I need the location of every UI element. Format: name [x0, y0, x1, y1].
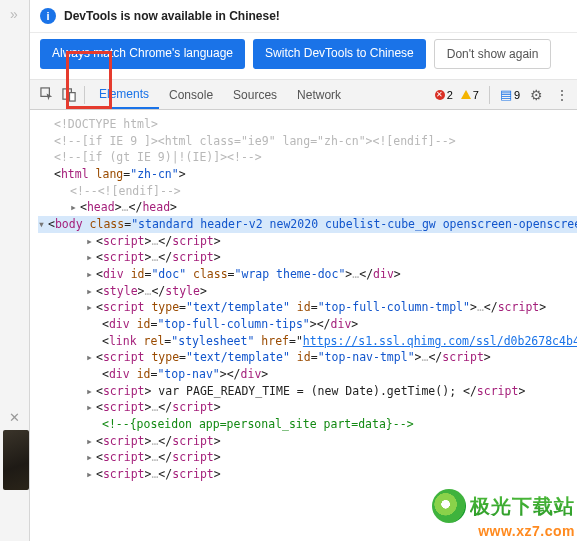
stylesheet-link[interactable]: https://s1.ssl.qhimg.com/ssl/d0b2678c4b4… — [303, 334, 577, 348]
svg-rect-2 — [69, 93, 75, 101]
script-template-element[interactable]: <script type="text/template" id="top-ful… — [38, 299, 577, 316]
issues-count[interactable]: ▤9 — [498, 87, 522, 102]
info-icon: i — [40, 8, 56, 24]
infobar-text: DevTools is now available in Chinese! — [64, 9, 280, 23]
tab-console[interactable]: Console — [159, 80, 223, 109]
more-options-icon[interactable]: ⋮ — [551, 87, 573, 103]
expand-arrow-icon[interactable] — [86, 449, 96, 466]
tab-sources[interactable]: Sources — [223, 80, 287, 109]
script-element[interactable]: <script>…</script> — [38, 249, 577, 266]
expand-arrow-icon[interactable] — [86, 349, 96, 366]
watermark-logo-icon — [432, 489, 466, 523]
separator — [84, 86, 85, 104]
dom-tree[interactable]: <!DOCTYPE html> <!--[if IE 9 ]><html cla… — [30, 110, 577, 489]
body-element-selected[interactable]: <body class="standard header-v2 new2020 … — [38, 216, 577, 233]
div-element[interactable]: <div id="top-full-column-tips"></div> — [38, 316, 577, 333]
tab-network[interactable]: Network — [287, 80, 351, 109]
watermark-name: 极光下载站 — [470, 493, 575, 520]
tab-elements[interactable]: Elements — [89, 80, 159, 109]
switch-chinese-button[interactable]: Switch DevTools to Chinese — [253, 39, 426, 69]
language-infobar: i DevTools is now available in Chinese! — [30, 0, 577, 33]
dont-show-again-button[interactable]: Don't show again — [434, 39, 552, 69]
expand-arrow-icon[interactable] — [86, 433, 96, 450]
watermark: 极光下载站 www.xz7.com — [432, 489, 575, 539]
collapse-arrow-icon[interactable] — [38, 216, 48, 233]
script-element[interactable]: <script>…</script> — [38, 449, 577, 466]
link-element[interactable]: <link rel="stylesheet" href="https://s1.… — [38, 333, 577, 350]
summary-chevron-icon: » — [10, 6, 18, 22]
script-element[interactable]: <script>…</script> — [38, 233, 577, 250]
expand-arrow-icon[interactable] — [70, 199, 80, 216]
expand-arrow-icon[interactable] — [86, 466, 96, 483]
expand-arrow-icon[interactable] — [86, 399, 96, 416]
script-element[interactable]: <script> var PAGE_READY_TIME = (new Date… — [38, 383, 577, 400]
page-thumbnail — [3, 430, 29, 490]
inspect-element-icon[interactable] — [36, 80, 58, 109]
always-match-button[interactable]: Always match Chrome's language — [40, 39, 245, 69]
div-element[interactable]: <div id="top-nav"></div> — [38, 366, 577, 383]
style-element[interactable]: <style>…</style> — [38, 283, 577, 300]
html-element[interactable]: <html lang="zh-cn"> — [38, 166, 577, 183]
watermark-url: www.xz7.com — [432, 523, 575, 539]
comment-node[interactable]: <!--<![endif]--> — [38, 183, 577, 200]
script-element[interactable]: <script>…</script> — [38, 399, 577, 416]
error-count[interactable]: ✕2 — [433, 89, 455, 101]
div-element[interactable]: <div id="doc" class="wrap theme-doc">…</… — [38, 266, 577, 283]
device-toolbar-icon[interactable] — [58, 80, 80, 109]
expand-arrow-icon[interactable] — [86, 383, 96, 400]
script-template-element[interactable]: <script type="text/template" id="top-nav… — [38, 349, 577, 366]
close-icon[interactable]: ✕ — [9, 410, 20, 425]
separator — [489, 86, 490, 104]
expand-arrow-icon[interactable] — [86, 299, 96, 316]
expand-arrow-icon[interactable] — [86, 283, 96, 300]
script-element[interactable]: <script>…</script> — [38, 433, 577, 450]
expand-arrow-icon[interactable] — [86, 233, 96, 250]
expand-arrow-icon[interactable] — [86, 249, 96, 266]
head-element[interactable]: <head>…</head> — [38, 199, 577, 216]
expand-arrow-icon[interactable] — [86, 266, 96, 283]
comment-node[interactable]: <!--{poseidon app=personal_site part=dat… — [38, 416, 577, 433]
comment-node[interactable]: <!--[if (gt IE 9)|!(IE)]><!--> — [38, 149, 577, 166]
settings-gear-icon[interactable]: ⚙ — [526, 87, 547, 103]
warning-count[interactable]: 7 — [459, 89, 481, 101]
doctype-node[interactable]: <!DOCTYPE html> — [38, 116, 577, 133]
script-element[interactable]: <script>…</script> — [38, 466, 577, 483]
comment-node[interactable]: <!--[if IE 9 ]><html class="ie9" lang="z… — [38, 133, 577, 150]
